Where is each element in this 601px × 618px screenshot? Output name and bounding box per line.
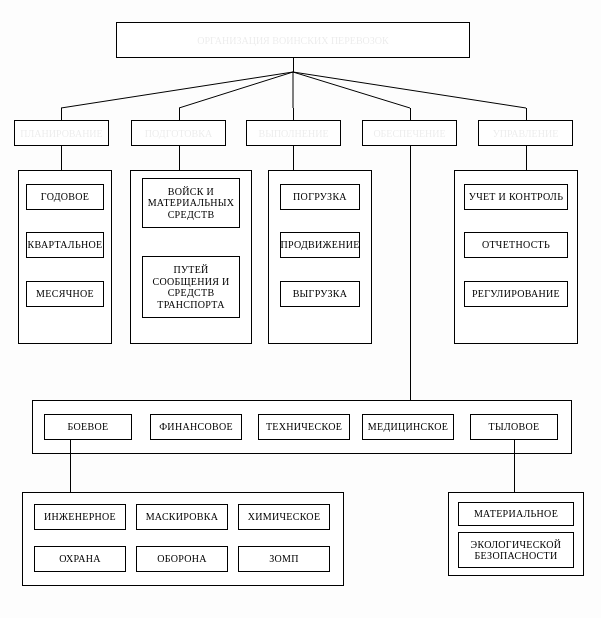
cat-label: ПЛАНИРОВАНИЕ <box>20 128 102 139</box>
cell-regulate: РЕГУЛИРОВАНИЕ <box>464 281 568 307</box>
cat-planning: ПЛАНИРОВАНИЕ <box>14 120 109 146</box>
root-label: ОРГАНИЗАЦИЯ ВОИНСКИХ ПЕРЕВОЗОК <box>197 35 388 46</box>
svg-line-1 <box>179 72 293 108</box>
cell-account: УЧЕТ И КОНТРОЛЬ <box>464 184 568 210</box>
cat-label: УПРАВЛЕНИЕ <box>493 128 559 139</box>
cell-zomp: ЗОМП <box>238 546 330 572</box>
cell-yearly: ГОДОВОЕ <box>26 184 104 210</box>
cell-material: МАТЕРИАЛЬНОЕ <box>458 502 574 526</box>
root-box: ОРГАНИЗАЦИЯ ВОИНСКИХ ПЕРЕВОЗОК <box>116 22 470 58</box>
cell-unloading: ВЫГРУЗКА <box>280 281 360 307</box>
cat-preparation: ПОДГОТОВКА <box>131 120 226 146</box>
cell-report: ОТЧЕТНОСТЬ <box>464 232 568 258</box>
cell-technical: ТЕХНИЧЕСКОЕ <box>258 414 350 440</box>
cell-movement: ПРОДВИЖЕНИЕ <box>280 232 360 258</box>
cell-defense: ОБОРОНА <box>136 546 228 572</box>
cat-label: ОБЕСПЕЧЕНИЕ <box>373 128 445 139</box>
cat-execution: ВЫПОЛНЕНИЕ <box>246 120 341 146</box>
fan-connector <box>0 58 601 120</box>
cell-combat: БОЕВОЕ <box>44 414 132 440</box>
svg-line-4 <box>293 72 526 108</box>
diagram-canvas: ОРГАНИЗАЦИЯ ВОИНСКИХ ПЕРЕВОЗОК ПЛАНИРОВА… <box>0 0 601 618</box>
cell-troops: ВОЙСК И МАТЕРИАЛЬНЫХ СРЕДСТВ <box>142 178 240 228</box>
cell-chemical: ХИМИЧЕСКОЕ <box>238 504 330 530</box>
cell-quarterly: КВАРТАЛЬНОЕ <box>26 232 104 258</box>
cell-routes: ПУТЕЙ СООБЩЕНИЯ И СРЕДСТВ ТРАНСПОРТА <box>142 256 240 318</box>
cat-label: ПОДГОТОВКА <box>145 128 212 139</box>
cat-management: УПРАВЛЕНИЕ <box>478 120 573 146</box>
cell-guard: ОХРАНА <box>34 546 126 572</box>
cell-rear: ТЫЛОВОЕ <box>470 414 558 440</box>
cat-label: ВЫПОЛНЕНИЕ <box>259 128 329 139</box>
cat-support: ОБЕСПЕЧЕНИЕ <box>362 120 457 146</box>
cell-medical: МЕДИЦИНСКОЕ <box>362 414 454 440</box>
cell-financial: ФИНАНСОВОЕ <box>150 414 242 440</box>
cell-engineer: ИНЖЕНЕРНОЕ <box>34 504 126 530</box>
cell-camouflage: МАСКИРОВКА <box>136 504 228 530</box>
cell-monthly: МЕСЯЧНОЕ <box>26 281 104 307</box>
cell-loading: ПОГРУЗКА <box>280 184 360 210</box>
svg-line-3 <box>293 72 410 108</box>
svg-line-0 <box>61 72 293 108</box>
cell-ecological: ЭКОЛОГИЧЕСКОЙ БЕЗОПАСНОСТИ <box>458 532 574 568</box>
